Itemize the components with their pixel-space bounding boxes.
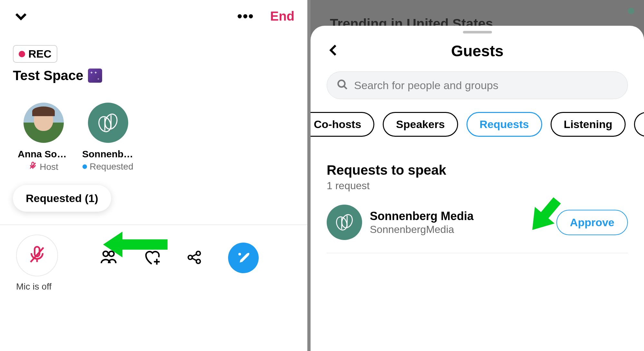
svg-point-18 — [338, 80, 345, 87]
requests-section: Requests to speak 1 request Sonnenberg M… — [311, 162, 644, 240]
mic-off-icon — [27, 245, 47, 266]
status-dot-icon — [82, 164, 87, 169]
compose-button[interactable] — [228, 243, 259, 273]
tabs-row: Co-hosts Speakers Requests Listening Rem… — [311, 112, 644, 137]
share-button[interactable] — [186, 249, 202, 267]
participant-status: Host — [29, 162, 58, 172]
svg-line-16 — [192, 254, 197, 257]
annotation-arrow-icon — [103, 228, 168, 262]
tab-speakers[interactable]: Speakers — [383, 112, 458, 137]
guests-sheet-view: Trending in United States Guests — [311, 0, 644, 351]
bottom-sheet: Guests Search for people and groups Co-h… — [311, 26, 644, 351]
svg-line-17 — [192, 258, 197, 261]
search-input[interactable]: Search for people and groups — [327, 71, 628, 99]
tab-cohosts[interactable]: Co-hosts — [311, 112, 374, 137]
status-text: Host — [40, 162, 58, 172]
mic-off-icon — [29, 162, 37, 172]
avatar[interactable] — [327, 205, 362, 240]
top-right-actions: ••• End — [237, 8, 294, 24]
requested-pill-button[interactable]: Requested (1) — [13, 185, 111, 212]
recording-label: REC — [28, 48, 52, 60]
end-button[interactable]: End — [270, 9, 294, 23]
annotation-arrow-icon — [518, 187, 573, 243]
avatar — [88, 103, 128, 143]
participant-host[interactable]: Anna Son… Host — [19, 103, 68, 172]
tab-requests[interactable]: Requests — [466, 112, 542, 137]
space-host-view: ••• End REC Test Space Anna Son… — [0, 0, 311, 351]
participants-grid: Anna Son… Host — [19, 103, 307, 172]
sheet-grabber-icon[interactable] — [463, 31, 492, 33]
avatar — [24, 103, 64, 143]
sheet-title: Guests — [451, 42, 504, 60]
sheet-header: Guests — [311, 33, 644, 62]
divider — [327, 253, 628, 253]
search-placeholder: Search for people and groups — [354, 79, 498, 92]
participant-status: Requested — [82, 162, 133, 172]
requests-section-title: Requests to speak — [327, 162, 628, 178]
space-title: Test Space — [13, 68, 83, 83]
mic-status-label: Mic is off — [16, 282, 307, 292]
participant-name: Sonnenbe… — [82, 149, 134, 160]
status-text: Requested — [90, 162, 133, 172]
svg-marker-24 — [523, 192, 567, 238]
participant-requested[interactable]: Sonnenbe… Requested — [84, 103, 132, 172]
record-dot-icon — [19, 51, 25, 57]
background-indicator-dot — [628, 8, 634, 14]
tab-removed[interactable]: Remo — [634, 112, 644, 137]
top-bar: ••• End — [0, 0, 307, 29]
space-title-row: Test Space — [13, 68, 307, 83]
requests-count: 1 request — [327, 180, 628, 192]
svg-marker-6 — [103, 232, 168, 257]
milky-way-emoji-icon — [88, 69, 102, 83]
search-icon — [337, 79, 348, 92]
mic-toggle-button[interactable] — [16, 235, 58, 276]
more-options-icon[interactable]: ••• — [237, 8, 254, 24]
request-row: Sonnenberg Media SonnenbergMedia Approve — [327, 205, 628, 240]
search-container: Search for people and groups — [327, 71, 628, 99]
recording-badge: REC — [13, 45, 57, 63]
back-button[interactable] — [327, 43, 341, 59]
participant-name: Anna Son… — [18, 149, 69, 160]
tab-listening[interactable]: Listening — [551, 112, 626, 137]
svg-line-19 — [344, 86, 347, 89]
collapse-chevron-icon[interactable] — [13, 8, 29, 24]
